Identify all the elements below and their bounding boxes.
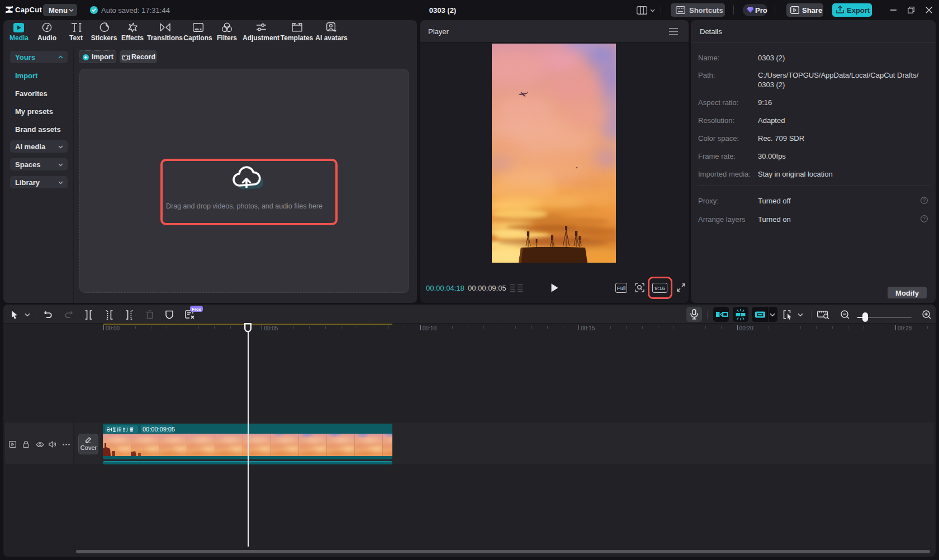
svg-text:?: ? (923, 216, 926, 221)
svg-text:?: ? (923, 197, 926, 203)
